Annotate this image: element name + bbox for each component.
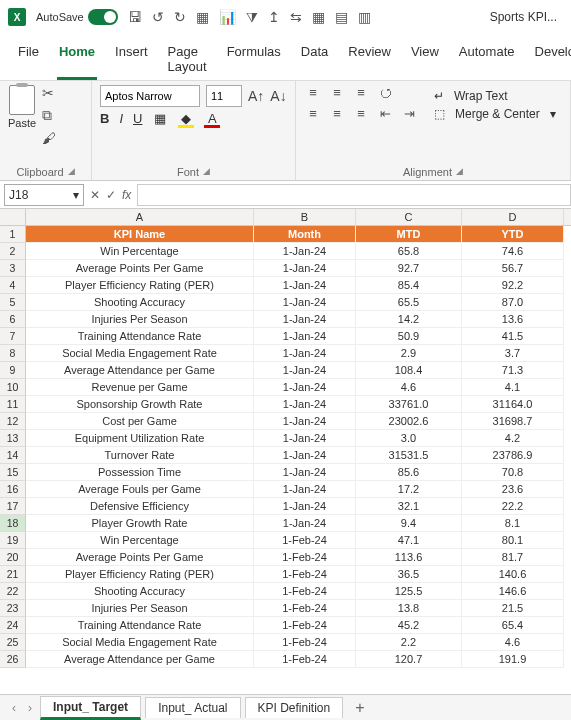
cell[interactable]: 1-Feb-24 <box>254 600 356 617</box>
decrease-font-icon[interactable]: A↓ <box>270 88 286 104</box>
align-left-icon[interactable]: ≡ <box>304 106 322 121</box>
tab-developer[interactable]: Develop <box>533 38 571 80</box>
cell[interactable]: 1-Jan-24 <box>254 447 356 464</box>
format-painter-icon[interactable]: 🖌 <box>42 130 56 146</box>
decrease-indent-icon[interactable]: ⇤ <box>376 106 394 121</box>
cell[interactable]: 1-Feb-24 <box>254 583 356 600</box>
wrap-text-button[interactable]: ↵ Wrap Text <box>434 85 556 103</box>
row-header[interactable]: 5 <box>0 294 26 311</box>
row-header[interactable]: 16 <box>0 481 26 498</box>
cell[interactable]: 81.7 <box>462 549 564 566</box>
bold-button[interactable]: B <box>100 111 109 126</box>
col-header-a[interactable]: A <box>26 209 254 225</box>
col-header-c[interactable]: C <box>356 209 462 225</box>
cell[interactable]: 47.1 <box>356 532 462 549</box>
spreadsheet-grid[interactable]: A B C D 1KPI NameMonthMTDYTD2Win Percent… <box>0 209 571 668</box>
cell[interactable]: 4.1 <box>462 379 564 396</box>
cell[interactable]: 125.5 <box>356 583 462 600</box>
row-header[interactable]: 24 <box>0 617 26 634</box>
cell[interactable]: Injuries Per Season <box>26 311 254 328</box>
align-center-icon[interactable]: ≡ <box>328 106 346 121</box>
cell[interactable]: 45.2 <box>356 617 462 634</box>
cell[interactable]: 1-Jan-24 <box>254 311 356 328</box>
row-header[interactable]: 3 <box>0 260 26 277</box>
row-header[interactable]: 13 <box>0 430 26 447</box>
cell[interactable]: Injuries Per Season <box>26 600 254 617</box>
fill-color-button[interactable]: ◆ <box>178 111 194 126</box>
cell[interactable]: 1-Jan-24 <box>254 464 356 481</box>
cell[interactable]: 1-Jan-24 <box>254 362 356 379</box>
cell[interactable]: 65.5 <box>356 294 462 311</box>
autosave-toggle[interactable]: AutoSave <box>36 9 118 25</box>
cell[interactable]: 36.5 <box>356 566 462 583</box>
tab-file[interactable]: File <box>16 38 41 80</box>
cell[interactable]: 1-Feb-24 <box>254 532 356 549</box>
row-header[interactable]: 11 <box>0 396 26 413</box>
tab-insert[interactable]: Insert <box>113 38 150 80</box>
cell[interactable]: Average Points Per Game <box>26 549 254 566</box>
cell[interactable]: 4.6 <box>356 379 462 396</box>
cell[interactable]: 85.4 <box>356 277 462 294</box>
cell[interactable]: MTD <box>356 226 462 243</box>
col-header-d[interactable]: D <box>462 209 564 225</box>
undo-icon[interactable]: ↺ <box>152 9 164 25</box>
cell[interactable]: 1-Jan-24 <box>254 294 356 311</box>
cell[interactable]: 4.6 <box>462 634 564 651</box>
cell[interactable]: 65.8 <box>356 243 462 260</box>
align-middle-icon[interactable]: ≡ <box>328 85 346 100</box>
sheet-tab-kpi-definition[interactable]: KPI Definition <box>245 697 344 718</box>
sort-icon[interactable]: ↥ <box>268 9 280 25</box>
cell[interactable]: 85.6 <box>356 464 462 481</box>
fx-icon[interactable]: fx <box>122 188 131 202</box>
cell[interactable]: Average Fouls per Game <box>26 481 254 498</box>
cut-icon[interactable]: ✂ <box>42 85 56 101</box>
cell[interactable]: 80.1 <box>462 532 564 549</box>
cell[interactable]: 140.6 <box>462 566 564 583</box>
cell[interactable]: Training Attendance Rate <box>26 328 254 345</box>
cell[interactable]: 21.5 <box>462 600 564 617</box>
cell[interactable]: 13.6 <box>462 311 564 328</box>
cell[interactable]: Turnover Rate <box>26 447 254 464</box>
tab-formulas[interactable]: Formulas <box>225 38 283 80</box>
row-header[interactable]: 25 <box>0 634 26 651</box>
cell[interactable]: 1-Feb-24 <box>254 634 356 651</box>
cell[interactable]: 23.6 <box>462 481 564 498</box>
chart-icon[interactable]: 📊 <box>219 9 236 25</box>
sheet-nav-next-icon[interactable]: › <box>24 701 36 715</box>
font-color-button[interactable]: A <box>204 111 220 126</box>
cell[interactable]: Shooting Accuracy <box>26 583 254 600</box>
row-header[interactable]: 2 <box>0 243 26 260</box>
row-header[interactable]: 4 <box>0 277 26 294</box>
cell[interactable]: 1-Jan-24 <box>254 243 356 260</box>
row-header[interactable]: 22 <box>0 583 26 600</box>
col-header-b[interactable]: B <box>254 209 356 225</box>
cell[interactable]: 65.4 <box>462 617 564 634</box>
cell[interactable]: 1-Jan-24 <box>254 430 356 447</box>
cell[interactable]: 31698.7 <box>462 413 564 430</box>
cell[interactable]: Win Percentage <box>26 243 254 260</box>
cell[interactable]: 4.2 <box>462 430 564 447</box>
cell[interactable]: Player Growth Rate <box>26 515 254 532</box>
cell[interactable]: 14.2 <box>356 311 462 328</box>
row-header[interactable]: 10 <box>0 379 26 396</box>
cell[interactable]: 1-Feb-24 <box>254 651 356 668</box>
cell[interactable]: 1-Jan-24 <box>254 345 356 362</box>
sheet-nav-prev-icon[interactable]: ‹ <box>8 701 20 715</box>
cell[interactable]: 22.2 <box>462 498 564 515</box>
row-header[interactable]: 6 <box>0 311 26 328</box>
cell[interactable]: Month <box>254 226 356 243</box>
table-icon[interactable]: ▦ <box>312 9 325 25</box>
cell[interactable]: 87.0 <box>462 294 564 311</box>
cell[interactable]: Training Attendance Rate <box>26 617 254 634</box>
align-bottom-icon[interactable]: ≡ <box>352 85 370 100</box>
align-top-icon[interactable]: ≡ <box>304 85 322 100</box>
cell[interactable]: 1-Jan-24 <box>254 498 356 515</box>
cell[interactable]: 31164.0 <box>462 396 564 413</box>
cell[interactable]: 71.3 <box>462 362 564 379</box>
cell[interactable]: Possession Time <box>26 464 254 481</box>
row-header[interactable]: 20 <box>0 549 26 566</box>
paste-button[interactable]: Paste <box>8 85 36 129</box>
alignment-dialog-launcher-icon[interactable]: ◢ <box>456 166 463 178</box>
row-header[interactable]: 26 <box>0 651 26 668</box>
cell[interactable]: 23786.9 <box>462 447 564 464</box>
